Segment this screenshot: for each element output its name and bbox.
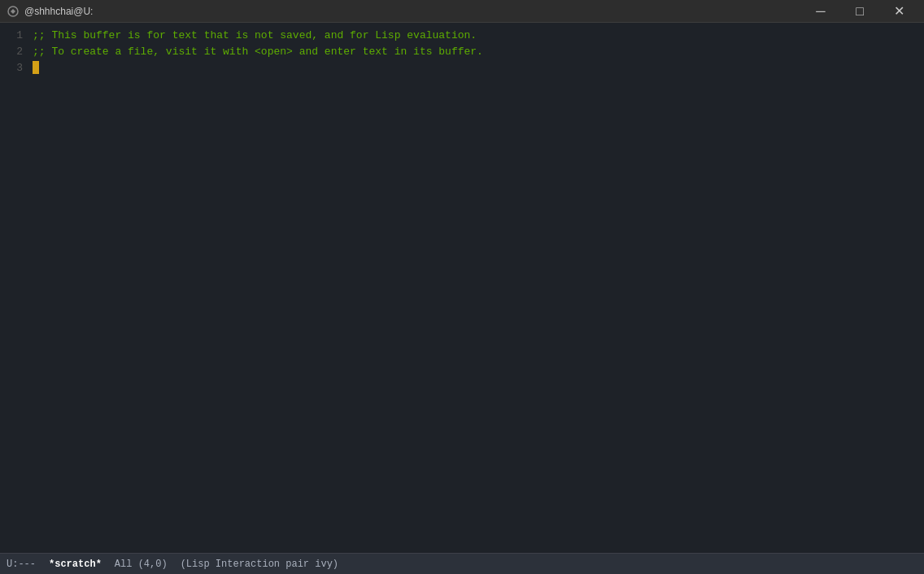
line-number-3: 3 [7, 60, 23, 76]
maximize-button[interactable]: □ [841, 0, 878, 23]
code-line-1: ;; This buffer is for text that is not s… [33, 28, 924, 44]
editor-area[interactable]: 1 2 3 ;; This buffer is for text that is… [0, 23, 924, 553]
window-title: @shhhchai@U: [24, 6, 93, 17]
status-mode: U:--- [7, 559, 36, 570]
status-buffer-name: *scratch* [49, 559, 102, 570]
line-numbers: 1 2 3 [0, 23, 29, 553]
title-bar-left: @shhhchai@U: [7, 5, 93, 18]
code-line-2: ;; To create a file, visit it with <open… [33, 44, 924, 60]
code-line-3 [33, 60, 924, 76]
text-cursor [33, 61, 39, 74]
app-icon [7, 5, 20, 18]
status-bar: U:--- *scratch* All (4,0) (Lisp Interact… [0, 553, 924, 574]
status-position: All (4,0) [115, 559, 168, 570]
comment-line-1: ;; This buffer is for text that is not s… [33, 28, 477, 44]
line-number-2: 2 [7, 44, 23, 60]
minimize-button[interactable]: ─ [802, 0, 839, 23]
code-content[interactable]: ;; This buffer is for text that is not s… [29, 23, 924, 553]
status-major-mode: (Lisp Interaction pair ivy) [181, 559, 338, 570]
close-button[interactable]: ✕ [880, 0, 917, 23]
line-number-1: 1 [7, 28, 23, 44]
window-controls: ─ □ ✕ [802, 0, 917, 23]
comment-line-2: ;; To create a file, visit it with <open… [33, 44, 483, 60]
title-bar: @shhhchai@U: ─ □ ✕ [0, 0, 924, 23]
